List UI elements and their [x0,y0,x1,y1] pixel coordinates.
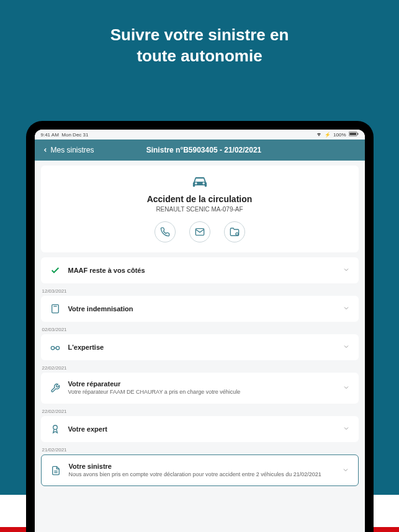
phone-button[interactable] [155,221,176,242]
step-date: 12/03/2021 [42,288,359,294]
back-label: Mes sinistres [51,146,94,154]
svg-rect-2 [357,133,358,135]
step-title: L'expertise [68,344,335,351]
badge-icon [50,424,61,434]
content: Accident de la circulation RENAULT SCENI… [35,161,365,532]
chevron-down-icon [342,465,349,476]
step-date: 22/02/2021 [42,409,359,414]
battery-icon [349,131,359,138]
svg-point-14 [56,347,59,350]
svg-point-13 [51,347,54,350]
step-body: Votre indemnisation [68,305,335,313]
step-date: 22/02/2021 [42,365,359,371]
step-body: MAAF reste à vos côtés [68,267,335,274]
page-title: Sinistre n°B5903405 - 21/02/2021 [94,146,314,154]
step-date: 02/03/2021 [42,327,359,332]
back-button[interactable]: Mes sinistres [42,146,94,154]
step-5[interactable]: Votre sinistreNous avons bien pris en co… [41,454,359,487]
step-body: Votre expert [68,425,335,433]
app-header: Mes sinistres Sinistre n°B5903405 - 21/0… [35,140,365,161]
calculator-icon [50,304,61,314]
svg-point-16 [53,425,57,430]
step-4[interactable]: Votre expert [41,416,359,442]
claim-vehicle: RENAULT SCENIC MA-079-AF [51,206,349,213]
claim-title: Accident de la circulation [51,194,349,204]
promo-text: Suivre votre sinistre entoute autonomie [0,0,399,67]
step-body: L'expertise [68,344,335,351]
step-title: Votre réparateur [68,380,335,388]
step-title: Votre expert [68,425,335,433]
step-3[interactable]: Votre réparateurVotre réparateur FAAM DE… [41,373,359,404]
step-desc: Votre réparateur FAAM DE CHAURAY a pris … [68,389,335,396]
step-date: 21/02/2021 [42,447,359,453]
step-desc: Nous avons bien pris en compte votre déc… [69,471,334,479]
car-icon [51,175,349,190]
glasses-icon [50,342,61,352]
mail-button[interactable] [189,221,210,242]
folder-button[interactable] [224,221,245,242]
check-icon [50,265,61,275]
claim-summary: Accident de la circulation RENAULT SCENI… [41,166,359,252]
chevron-down-icon [343,265,350,276]
step-body: Votre sinistreNous avons bien pris en co… [69,463,334,479]
document-icon [50,466,61,476]
screen: 9:41 AM Mon Dec 31 ⚡100% Mes sinistres S… [35,130,365,532]
tablet-frame: 9:41 AM Mon Dec 31 ⚡100% Mes sinistres S… [26,121,374,532]
action-row [51,221,349,242]
chevron-down-icon [343,423,350,435]
svg-point-4 [236,233,238,235]
step-title: MAAF reste à vos côtés [68,267,335,274]
step-1[interactable]: Votre indemnisation [41,296,359,322]
wifi-icon [316,131,322,138]
chevron-down-icon [343,383,350,394]
svg-rect-1 [349,133,356,135]
status-bar: 9:41 AM Mon Dec 31 ⚡100% [35,130,365,140]
chevron-down-icon [343,342,350,353]
chevron-down-icon [343,303,350,314]
step-body: Votre réparateurVotre réparateur FAAM DE… [68,380,335,396]
step-title: Votre sinistre [69,463,334,470]
step-2[interactable]: L'expertise [41,334,359,360]
step-title: Votre indemnisation [68,305,335,313]
step-0[interactable]: MAAF reste à vos côtés [41,257,359,283]
wrench-icon [50,383,61,393]
